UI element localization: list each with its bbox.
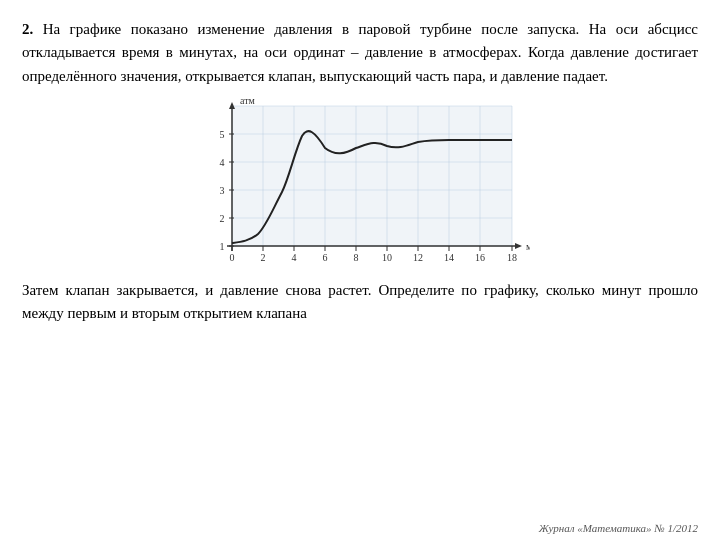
svg-text:6: 6 [323, 252, 328, 263]
svg-text:2: 2 [261, 252, 266, 263]
svg-text:2: 2 [220, 213, 225, 224]
svg-text:10: 10 [382, 252, 392, 263]
main-text: На графике показано изменение давления в… [22, 21, 698, 84]
problem-text: 2. На графике показано изменение давлени… [22, 18, 698, 88]
page: 2. На графике показано изменение давлени… [0, 0, 720, 540]
svg-marker-20 [515, 243, 522, 249]
svg-text:12: 12 [413, 252, 423, 263]
svg-text:0: 0 [230, 252, 235, 263]
svg-text:3: 3 [220, 185, 225, 196]
y-axis-label: атм [240, 96, 256, 106]
footer: Журнал «Математика» № 1/2012 [539, 522, 698, 534]
svg-text:5: 5 [220, 129, 225, 140]
svg-rect-0 [232, 106, 512, 246]
svg-text:4: 4 [292, 252, 297, 263]
svg-text:8: 8 [354, 252, 359, 263]
graph-svg: 1 2 3 4 5 0 2 4 6 8 [190, 96, 530, 271]
graph-area: 1 2 3 4 5 0 2 4 6 8 [190, 96, 530, 271]
graph-container: 1 2 3 4 5 0 2 4 6 8 [22, 96, 698, 271]
svg-text:1: 1 [220, 241, 225, 252]
bottom-text: Затем клапан закрывается, и давление сно… [22, 279, 698, 326]
svg-text:16: 16 [475, 252, 485, 263]
svg-marker-19 [229, 102, 235, 109]
problem-number: 2. [22, 21, 33, 37]
svg-text:18: 18 [507, 252, 517, 263]
svg-text:14: 14 [444, 252, 454, 263]
svg-text:4: 4 [220, 157, 225, 168]
x-axis-label: мин [526, 241, 530, 252]
